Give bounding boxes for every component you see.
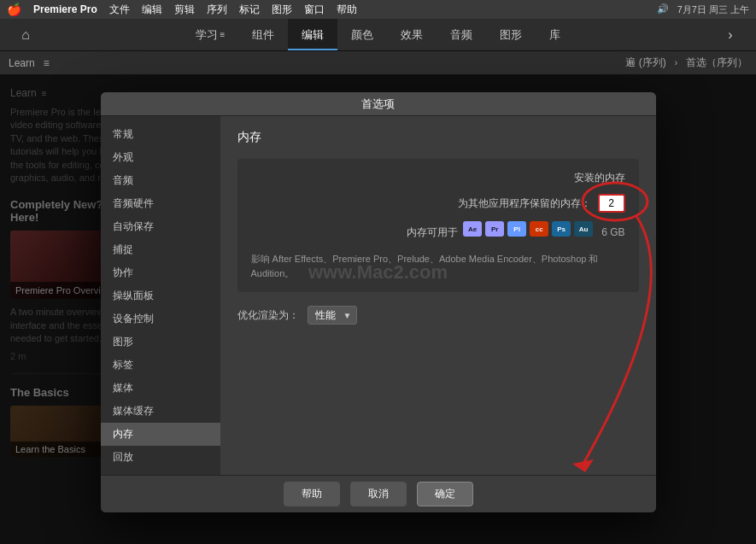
optimize-row: 优化渲染为： 性能 内存 ▼ bbox=[237, 306, 639, 325]
more-icon[interactable]: › bbox=[728, 27, 732, 43]
sidebar-item-appearance[interactable]: 外观 bbox=[101, 146, 220, 169]
menu-file[interactable]: 文件 bbox=[109, 3, 130, 17]
au-icon: Au bbox=[574, 221, 593, 237]
menu-mark[interactable]: 标记 bbox=[239, 3, 260, 17]
help-button[interactable]: 帮助 bbox=[284, 482, 340, 506]
reserved-memory-input[interactable] bbox=[598, 194, 625, 213]
learn-label: Learn bbox=[9, 57, 35, 69]
dialog-titlebar: 首选项 bbox=[101, 92, 656, 116]
apple-logo[interactable]: 🍎 bbox=[7, 3, 21, 16]
tab-color[interactable]: 颜色 bbox=[337, 19, 387, 50]
datetime: 7月7日 周三 上午 bbox=[677, 3, 749, 16]
breadcrumb-sep: › bbox=[675, 58, 677, 67]
menu-items: 文件 编辑 剪辑 序列 标记 图形 窗口 帮助 bbox=[109, 3, 645, 17]
sidebar-item-general[interactable]: 常规 bbox=[101, 123, 220, 146]
content-title: 内存 bbox=[237, 130, 639, 145]
memory-section: 安装的内存 为其他应用程序保留的内存： 内存可用于 Ae Pr bbox=[237, 159, 639, 292]
confirm-button[interactable]: 确定 bbox=[417, 482, 473, 506]
tab-effects[interactable]: 效果 bbox=[387, 19, 437, 50]
toolbar2: Learn ≡ 遍 (序列) › 首选（序列） bbox=[0, 51, 756, 75]
optimize-select-wrapper: 性能 内存 ▼ bbox=[308, 306, 357, 325]
app-icons-container: 内存可用于 Ae Pr Pl cc Ps Au 6 GB bbox=[251, 221, 625, 243]
toolbar-tabs: 学习 ≡ 组件 编辑 颜色 效果 音频 图形 库 bbox=[51, 19, 705, 50]
ae-icon: Ae bbox=[463, 221, 482, 237]
optimize-label: 优化渲染为： bbox=[237, 308, 299, 323]
preferences-dialog: 首选项 常规 外观 音频 音频硬件 自动保存 捕捉 协作 操纵面板 设备控制 图… bbox=[101, 92, 656, 512]
sidebar-item-autosave[interactable]: 自动保存 bbox=[101, 215, 220, 238]
tab-components[interactable]: 组件 bbox=[238, 19, 288, 50]
sidebar-item-memory[interactable]: 内存 bbox=[101, 423, 220, 446]
sidebar-item-audio-hardware[interactable]: 音频硬件 bbox=[101, 192, 220, 215]
dialog-sidebar: 常规 外观 音频 音频硬件 自动保存 捕捉 协作 操纵面板 设备控制 图形 标签… bbox=[101, 116, 220, 475]
sidebar-item-collab[interactable]: 协作 bbox=[101, 261, 220, 284]
sidebar-item-control-panel[interactable]: 操纵面板 bbox=[101, 284, 220, 307]
ps-icon: Ps bbox=[552, 221, 571, 237]
sidebar-item-capture[interactable]: 捕捉 bbox=[101, 238, 220, 261]
menu-graphics[interactable]: 图形 bbox=[272, 3, 292, 17]
menubar-right: 🔊 7月7日 周三 上午 bbox=[657, 3, 749, 16]
dialog-content: 内存 安装的内存 为其他应用程序保留的内存： 内存可用于 bbox=[220, 116, 656, 475]
dialog-footer: 帮助 取消 确定 bbox=[101, 475, 656, 512]
sidebar-item-device-control[interactable]: 设备控制 bbox=[101, 307, 220, 330]
installed-label: 安装的内存 bbox=[574, 171, 625, 185]
breadcrumb-2: 首选（序列） bbox=[686, 56, 747, 70]
sidebar-item-media-cache[interactable]: 媒体缓存 bbox=[101, 400, 220, 423]
reserved-memory-row: 为其他应用程序保留的内存： bbox=[251, 194, 625, 213]
tab-edit[interactable]: 编辑 bbox=[288, 19, 337, 50]
reserved-label: 为其他应用程序保留的内存： bbox=[458, 196, 591, 211]
optimize-select[interactable]: 性能 内存 bbox=[308, 306, 357, 325]
app-memory-value: 6 GB bbox=[601, 226, 624, 238]
tab-learn-chevron: ≡ bbox=[220, 30, 226, 39]
dialog-body: 常规 外观 音频 音频硬件 自动保存 捕捉 协作 操纵面板 设备控制 图形 标签… bbox=[101, 116, 656, 475]
app-name: Premiere Pro bbox=[33, 3, 97, 15]
menu-sequence[interactable]: 序列 bbox=[207, 3, 227, 17]
tab-library[interactable]: 库 bbox=[536, 19, 574, 50]
tab-audio[interactable]: 音频 bbox=[437, 19, 486, 50]
dialog-title: 首选项 bbox=[361, 97, 395, 112]
menu-icon[interactable]: ≡ bbox=[44, 57, 50, 69]
pr-icon: Pr bbox=[485, 221, 504, 237]
toolbar-right: › bbox=[705, 27, 756, 43]
app-toolbar: ⌂ 学习 ≡ 组件 编辑 颜色 效果 音频 图形 库 › bbox=[0, 19, 756, 51]
cc-icon: cc bbox=[530, 221, 548, 237]
app-icons-row: Ae Pr Pl cc Ps Au bbox=[463, 221, 593, 237]
toolbar-left: ⌂ bbox=[0, 27, 51, 43]
sidebar-item-audio[interactable]: 音频 bbox=[101, 169, 220, 192]
breadcrumb-1: 遍 (序列) bbox=[625, 56, 665, 70]
volume-icon[interactable]: 🔊 bbox=[657, 3, 669, 16]
menu-window[interactable]: 窗口 bbox=[304, 3, 325, 17]
pl-icon: Pl bbox=[507, 221, 526, 237]
home-icon[interactable]: ⌂ bbox=[21, 27, 30, 43]
sidebar-item-playback[interactable]: 回放 bbox=[101, 446, 220, 469]
cancel-button[interactable]: 取消 bbox=[350, 482, 407, 506]
tab-graphics[interactable]: 图形 bbox=[486, 19, 536, 50]
installed-memory-row: 安装的内存 bbox=[251, 171, 625, 185]
sidebar-item-graphics[interactable]: 图形 bbox=[101, 330, 220, 354]
tab-learn[interactable]: 学习 ≡ bbox=[182, 19, 239, 50]
menu-help[interactable]: 帮助 bbox=[337, 3, 357, 17]
menu-edit[interactable]: 编辑 bbox=[142, 3, 162, 17]
sidebar-item-media[interactable]: 媒体 bbox=[101, 377, 220, 400]
main-area: Learn ≡ Premiere Pro is the leading vide… bbox=[0, 75, 756, 544]
memory-note: 影响 After Effects、Premiere Pro、Prelude、Ad… bbox=[251, 252, 625, 280]
menubar: 🍎 Premiere Pro 文件 编辑 剪辑 序列 标记 图形 窗口 帮助 🔊… bbox=[0, 0, 756, 19]
modal-overlay: 首选项 常规 外观 音频 音频硬件 自动保存 捕捉 协作 操纵面板 设备控制 图… bbox=[0, 75, 756, 544]
available-label: 内存可用于 bbox=[407, 225, 458, 240]
sidebar-item-labels[interactable]: 标签 bbox=[101, 354, 220, 377]
menu-clip[interactable]: 剪辑 bbox=[174, 3, 195, 17]
sidebar-item-sync[interactable]: 同步设置 bbox=[101, 469, 220, 475]
